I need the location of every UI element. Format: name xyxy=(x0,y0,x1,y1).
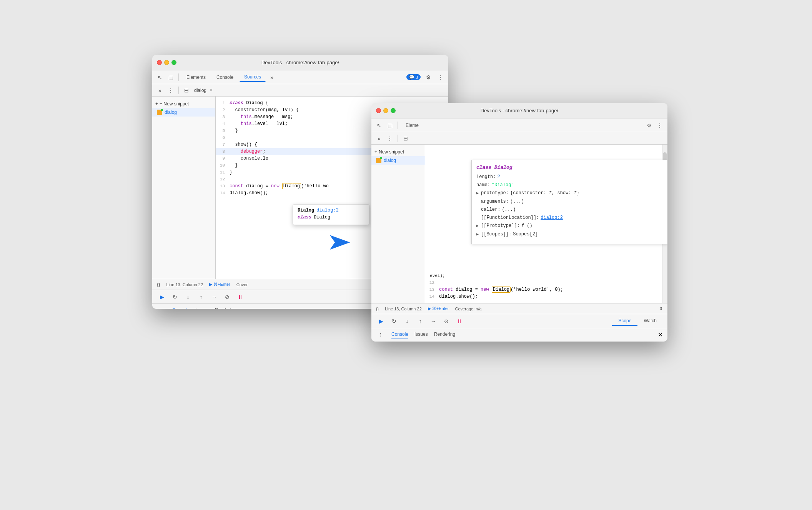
more-tabs-icon[interactable]: » xyxy=(267,73,276,82)
sidebar-item-dialog-label: dialog xyxy=(165,110,177,115)
file-nav-icon-front[interactable]: ⊟ xyxy=(401,134,410,143)
tab-elements-back[interactable]: Elements xyxy=(182,73,210,82)
sidebar-item-dialog-back[interactable]: dialog xyxy=(152,108,215,117)
sub-toolbar-back: » ⋮ ⊟ dialog ✕ xyxy=(152,84,448,97)
sub-menu-icon-front[interactable]: ⋮ xyxy=(385,134,394,143)
new-snippet-label-front: New snippet xyxy=(379,149,404,155)
file-nav-icon[interactable]: ⊟ xyxy=(182,86,191,95)
arrow: ➤ xyxy=(326,228,351,255)
step-over-btn[interactable]: ↻ xyxy=(170,292,180,302)
close-btn-front[interactable]: ✕ xyxy=(658,331,663,338)
traffic-light-yellow[interactable] xyxy=(164,60,169,65)
bottom-bar-front: ⋮ Console Issues Rendering ✕ xyxy=(371,328,667,342)
sidebar-back: + + New snippet dialog xyxy=(152,97,216,279)
inspector-title: class Dialog xyxy=(476,165,663,170)
hover-card-link[interactable]: dialog:2 xyxy=(316,208,339,213)
step-into-btn-front[interactable]: ↓ xyxy=(402,316,412,326)
scene: DevTools - chrome://new-tab-page/ ↖ ⬚ El… xyxy=(141,43,671,467)
issues-tab-front[interactable]: Issues xyxy=(414,332,428,338)
menu-icon-back[interactable]: ⋮ xyxy=(436,73,445,82)
resume-btn-front[interactable]: ▶ xyxy=(376,316,386,326)
traffic-light-green-front[interactable] xyxy=(391,108,396,113)
traffic-light-red[interactable] xyxy=(157,60,162,65)
step-over-btn-front[interactable]: ↻ xyxy=(389,316,399,326)
bottom-menu-icon-front[interactable]: ⋮ xyxy=(376,330,385,340)
debug-tabs-front: Scope Watch xyxy=(612,317,663,326)
step-btn-front[interactable]: → xyxy=(428,316,438,326)
step-out-btn[interactable]: ↑ xyxy=(196,292,206,302)
tab-sources-back[interactable]: Sources xyxy=(240,73,266,82)
bottom-menu-icon[interactable]: ⋮ xyxy=(157,306,166,309)
watch-tab-front[interactable]: Watch xyxy=(637,317,663,326)
plus-icon-front: + xyxy=(374,149,377,155)
traffic-light-green[interactable] xyxy=(171,60,176,65)
hover-card-class: Dialog xyxy=(298,208,314,213)
rendering-tab-back[interactable]: Rendering xyxy=(215,307,236,309)
run-button-front[interactable]: ▶ ⌘+Enter xyxy=(428,306,449,311)
sub-menu-icon[interactable]: ⋮ xyxy=(166,86,175,95)
window-title-front: DevTools - chrome://new-tab-page/ xyxy=(481,108,558,113)
deactivate-btn[interactable]: ⊘ xyxy=(222,292,232,302)
sidebar-item-dialog-front[interactable]: dialog xyxy=(371,156,425,165)
new-snippet-front[interactable]: + New snippet xyxy=(371,148,425,156)
status-bar-front: {} Line 13, Column 22 ▶ ⌘+Enter Coverage… xyxy=(371,303,667,314)
mobile-icon-front[interactable]: ⬚ xyxy=(385,121,394,130)
traffic-light-red-front[interactable] xyxy=(376,108,381,113)
chat-badge[interactable]: 💬 3 xyxy=(406,74,421,80)
console-tab-front[interactable]: Console xyxy=(391,332,408,338)
coverage-front: Coverage: n/a xyxy=(455,307,482,311)
menu-icon-front[interactable]: ⋮ xyxy=(655,121,664,130)
debug-toolbar-front: ▶ ↻ ↓ ↑ → ⊘ ⏸ Scope Watch xyxy=(371,314,667,328)
front-code-line-13: 13 const dialog = new Dialog('hello worl… xyxy=(425,286,667,293)
step-into-btn[interactable]: ↓ xyxy=(183,292,193,302)
file-icon-dialog xyxy=(157,110,162,115)
cursor-position-back: Line 13, Column 22 xyxy=(166,282,203,287)
traffic-lights-back xyxy=(157,60,176,65)
toolbar-right-back: 💬 3 ⚙ ⋮ xyxy=(406,73,445,82)
pause-btn-front[interactable]: ⏸ xyxy=(454,316,464,326)
settings-icon-back[interactable]: ⚙ xyxy=(424,73,433,82)
front-sidebar: + New snippet dialog xyxy=(371,145,425,303)
new-snippet-back[interactable]: + + New snippet xyxy=(152,100,215,108)
traffic-lights-front xyxy=(376,108,396,113)
expand-icon-front[interactable]: » xyxy=(374,134,384,143)
step-btn[interactable]: → xyxy=(209,292,219,302)
resume-btn[interactable]: ▶ xyxy=(157,292,167,302)
curly-braces-icon: {} xyxy=(157,282,160,287)
status-scroll[interactable]: ⇕ xyxy=(659,306,663,311)
front-code-bottom: evel); 12 13 const dialog = new Dialog('… xyxy=(425,268,667,303)
pause-btn[interactable]: ⏸ xyxy=(235,292,245,302)
hover-card-row-1: Dialog dialog:2 xyxy=(298,208,364,213)
step-out-btn-front[interactable]: ↑ xyxy=(415,316,425,326)
curly-braces-icon-front: {} xyxy=(376,307,379,311)
scope-tab-front[interactable]: Scope xyxy=(612,317,637,326)
hover-card: Dialog dialog:2 class Dialog xyxy=(293,204,369,225)
plus-icon: + xyxy=(155,101,158,107)
deactivate-btn-front[interactable]: ⊘ xyxy=(441,316,451,326)
file-tab-close[interactable]: ✕ xyxy=(210,88,213,93)
run-button-back[interactable]: ▶ ⌘+Enter xyxy=(209,282,230,287)
traffic-light-yellow-front[interactable] xyxy=(383,108,388,113)
expand-icon[interactable]: » xyxy=(155,86,165,95)
inspector-row-arguments: arguments: (...) xyxy=(476,198,663,205)
hover-card-class-name: Dialog xyxy=(314,215,330,220)
front-content-area: + New snippet dialog class Dialog length xyxy=(371,145,667,303)
inspector-row-fn-location: [[FunctionLocation]]: dialog:2 xyxy=(476,214,663,221)
toolbar-sep-2 xyxy=(178,87,179,94)
hover-card-row-2: class Dialog xyxy=(298,215,364,220)
settings-icon-front[interactable]: ⚙ xyxy=(644,121,654,130)
cursor-icon[interactable]: ↖ xyxy=(155,73,165,82)
sub-toolbar-front: » ⋮ ⊟ xyxy=(371,132,667,145)
tab-console-back[interactable]: Console xyxy=(212,73,238,82)
toolbar-sep-1 xyxy=(178,73,179,81)
badge-count: 3 xyxy=(416,75,418,80)
issues-tab-back[interactable]: Issues xyxy=(195,307,209,309)
tab-elements-front[interactable]: Eleme xyxy=(401,121,423,130)
inspector-row-prototype: ▶ prototype: {constructor: f, show: f} xyxy=(476,190,663,197)
console-tab-back[interactable]: Console xyxy=(172,307,189,309)
rendering-tab-front[interactable]: Rendering xyxy=(434,332,455,338)
inspector-row-name: name: "Dialog" xyxy=(476,182,663,188)
mobile-icon[interactable]: ⬚ xyxy=(166,73,175,82)
sidebar-dialog-label-front: dialog xyxy=(384,158,396,163)
cursor-icon-front[interactable]: ↖ xyxy=(374,121,384,130)
